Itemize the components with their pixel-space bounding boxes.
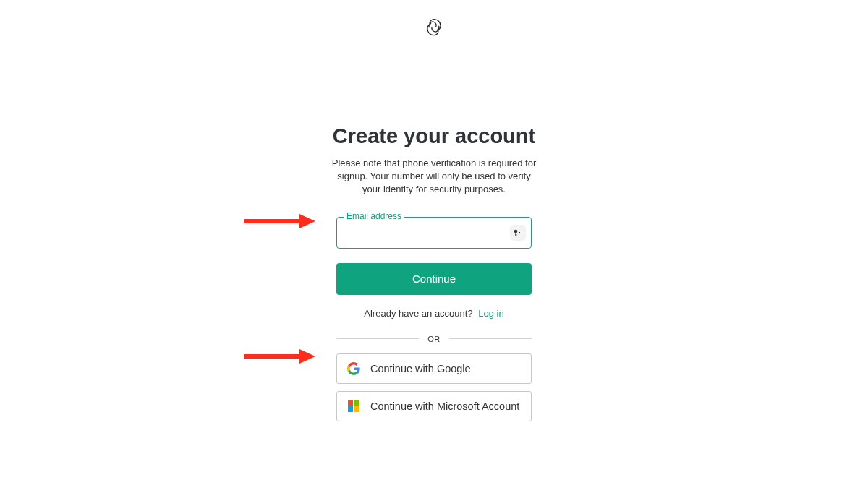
google-icon	[347, 362, 360, 375]
openai-logo	[425, 17, 443, 36]
key-icon	[513, 228, 523, 237]
continue-with-microsoft-button[interactable]: Continue with Microsoft Account	[336, 391, 532, 421]
svg-rect-2	[515, 234, 516, 235]
continue-button[interactable]: Continue	[336, 263, 532, 295]
existing-account-prompt: Already have an account? Log in	[315, 308, 553, 319]
annotation-arrow-google	[244, 351, 315, 362]
openai-logo-icon	[425, 17, 443, 36]
email-field-wrap: Email address	[336, 217, 532, 249]
email-input[interactable]	[336, 217, 532, 249]
continue-with-google-button[interactable]: Continue with Google	[336, 353, 532, 384]
divider: OR	[336, 335, 532, 343]
password-suggest-icon[interactable]	[510, 225, 526, 241]
divider-line	[336, 338, 419, 339]
login-link[interactable]: Log in	[478, 308, 503, 319]
page-title: Create your account	[315, 124, 553, 148]
signup-form: Create your account Please note that pho…	[315, 124, 553, 421]
microsoft-icon	[347, 400, 360, 413]
divider-line	[449, 338, 532, 339]
existing-text: Already have an account?	[364, 308, 472, 319]
divider-or: OR	[427, 335, 441, 343]
google-button-label: Continue with Google	[370, 363, 471, 374]
page-subtitle: Please note that phone verification is r…	[315, 157, 553, 197]
email-label: Email address	[344, 211, 404, 221]
annotation-arrow-email	[244, 215, 315, 227]
microsoft-button-label: Continue with Microsoft Account	[370, 400, 519, 412]
